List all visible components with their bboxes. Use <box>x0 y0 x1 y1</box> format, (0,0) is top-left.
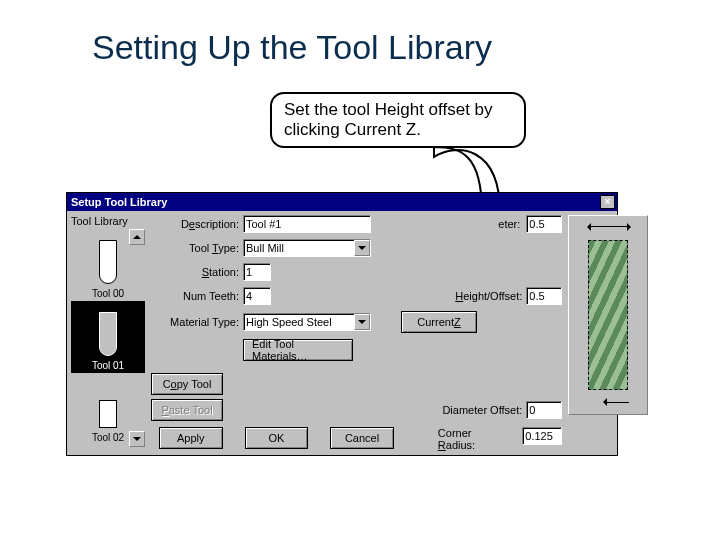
cancel-button[interactable]: Cancel <box>330 427 394 449</box>
tool-item-label: Tool 02 <box>92 432 124 443</box>
tool-item-label: Tool 01 <box>92 360 124 371</box>
material-select[interactable]: High Speed Steel <box>243 313 371 331</box>
tool-shape-icon <box>99 400 117 428</box>
current-z-button[interactable]: Current Z <box>401 311 477 333</box>
diameter-label: eter: <box>498 218 524 230</box>
tool-preview <box>568 215 648 415</box>
heightoffset-input[interactable] <box>526 287 562 305</box>
scroll-up-icon[interactable] <box>129 229 145 245</box>
material-label: Material Type: <box>151 316 243 328</box>
chevron-down-icon[interactable] <box>354 240 370 256</box>
station-input[interactable] <box>243 263 271 281</box>
cornerradius-label: Corner Radius: <box>438 427 501 451</box>
station-label: Station: <box>151 266 243 278</box>
diameteroffset-input[interactable] <box>526 401 562 419</box>
cutter-graphic <box>588 240 628 390</box>
list-item[interactable]: Tool 01 <box>71 301 145 373</box>
arrow-left-icon <box>599 396 629 410</box>
edit-materials-button[interactable]: Edit Tool Materials… <box>243 339 353 361</box>
tooltype-value: Bull Mill <box>246 242 284 254</box>
window: Setup Tool Library × Tool Library Tool 0… <box>66 192 618 456</box>
tooltype-label: Tool Type: <box>151 242 243 254</box>
numteeth-label: Num Teeth: <box>151 290 243 302</box>
cornerradius-input[interactable] <box>522 427 562 445</box>
chevron-down-icon[interactable] <box>354 314 370 330</box>
slide-title: Setting Up the Tool Library <box>92 28 492 67</box>
ok-button[interactable]: OK <box>245 427 309 449</box>
callout-bubble: Set the tool Height offset by clicking C… <box>270 92 526 148</box>
copy-tool-button[interactable]: Copy Tool <box>151 373 223 395</box>
diameter-input[interactable] <box>526 215 562 233</box>
titlebar: Setup Tool Library × <box>67 193 617 211</box>
description-label: Description: <box>151 218 243 230</box>
scroll-down-icon[interactable] <box>129 431 145 447</box>
material-value: High Speed Steel <box>246 316 332 328</box>
close-icon[interactable]: × <box>600 195 615 209</box>
tool-shape-icon <box>99 240 117 284</box>
tool-item-label: Tool 00 <box>92 288 124 299</box>
arrow-horizontal-icon <box>583 222 635 232</box>
tool-shape-icon <box>99 312 117 356</box>
tool-list[interactable]: Tool 00 Tool 01 Tool 02 <box>71 229 145 447</box>
numteeth-input[interactable] <box>243 287 271 305</box>
tool-library-label: Tool Library <box>71 215 145 227</box>
apply-button[interactable]: Apply <box>159 427 223 449</box>
heightoffset-label: Height/Offset: <box>426 290 526 302</box>
window-title: Setup Tool Library <box>71 196 167 208</box>
description-input[interactable] <box>243 215 371 233</box>
tooltype-select[interactable]: Bull Mill <box>243 239 371 257</box>
diameteroffset-label: Diameter Offset: <box>426 404 526 416</box>
paste-tool-button[interactable]: Paste Tool <box>151 399 223 421</box>
